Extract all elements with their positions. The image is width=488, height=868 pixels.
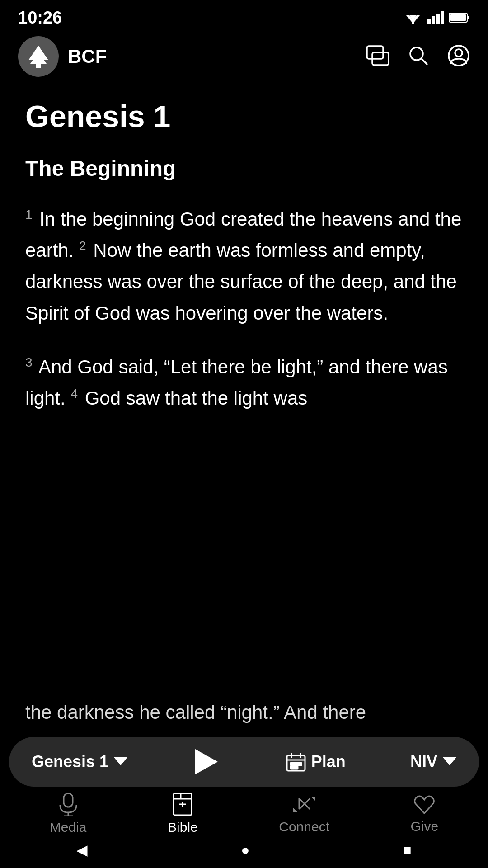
svg-marker-43: [311, 797, 315, 801]
search-button[interactable]: [408, 45, 429, 68]
translation-label: NIV: [410, 752, 437, 771]
chat-icon: [366, 45, 389, 66]
profile-button[interactable]: [447, 44, 470, 69]
profile-icon: [447, 44, 470, 67]
battery-icon: [449, 12, 470, 24]
nav-media[interactable]: Media: [50, 793, 87, 835]
microphone-icon: [57, 793, 79, 816]
svg-rect-32: [64, 793, 73, 807]
bible-content: Genesis 1 The Beginning 1 In the beginni…: [0, 81, 488, 414]
verse-num-2: 2: [79, 239, 86, 253]
translation-chevron-icon: [443, 757, 456, 766]
app-name: BCF: [68, 46, 107, 67]
svg-marker-31: [443, 757, 456, 765]
tree-icon: [26, 44, 51, 69]
translation-selector[interactable]: NIV: [410, 752, 456, 771]
svg-rect-13: [36, 64, 41, 68]
chapter-title: Genesis 1: [25, 99, 463, 133]
svg-rect-7: [441, 11, 444, 24]
wifi-icon: [404, 11, 422, 24]
svg-rect-10: [450, 14, 466, 21]
signal-icon: [427, 11, 444, 24]
verse-3-4: 3 And God said, “Let there be light,” an…: [25, 351, 463, 414]
plan-label: Plan: [311, 752, 346, 771]
nav-connect[interactable]: Connect: [279, 793, 329, 835]
svg-rect-30: [294, 766, 298, 769]
svg-marker-20: [114, 757, 127, 765]
bottom-toolbar: Genesis 1 Plan NIV: [9, 737, 479, 787]
chat-button[interactable]: [366, 45, 389, 68]
status-time: 10:26: [18, 8, 62, 28]
play-icon: [195, 749, 218, 774]
svg-point-16: [410, 47, 423, 60]
calendar-icon: [286, 752, 306, 772]
connect-icon: [293, 793, 315, 816]
svg-rect-4: [427, 19, 431, 24]
chapter-chevron-icon: [114, 757, 127, 766]
play-button[interactable]: [192, 747, 221, 776]
plan-button[interactable]: Plan: [286, 752, 346, 772]
android-nav: ◀ ● ■: [0, 832, 488, 868]
status-icons: [404, 11, 470, 24]
nav-bible[interactable]: Bible: [168, 793, 198, 835]
svg-marker-21: [195, 749, 218, 774]
chapter-label: Genesis 1: [32, 752, 108, 771]
verse-num-3: 3: [25, 355, 33, 369]
app-header: BCF: [0, 32, 488, 81]
section-heading: The Beginning: [25, 156, 463, 181]
svg-rect-9: [467, 16, 469, 19]
heart-icon: [413, 793, 436, 815]
partial-verse-text: the darkness he called “night.” And ther…: [25, 697, 463, 728]
back-button[interactable]: ◀: [76, 841, 88, 859]
svg-rect-5: [432, 16, 435, 24]
svg-point-19: [455, 49, 462, 57]
verse-1-2: 1 In the beginning God created the heave…: [25, 203, 463, 329]
home-button[interactable]: ●: [241, 842, 249, 859]
recent-button[interactable]: ■: [403, 842, 411, 859]
svg-point-3: [412, 21, 414, 24]
svg-marker-44: [293, 807, 297, 812]
header-right: [366, 44, 470, 69]
status-bar: 10:26: [0, 0, 488, 32]
svg-rect-6: [436, 14, 440, 24]
app-logo[interactable]: [18, 36, 59, 77]
svg-line-17: [421, 58, 427, 65]
nav-give[interactable]: Give: [411, 793, 439, 834]
bible-icon: [172, 793, 193, 816]
verse-num-1: 1: [25, 208, 33, 222]
verse-num-4: 4: [70, 387, 78, 401]
search-icon: [408, 45, 429, 66]
svg-rect-28: [298, 763, 301, 765]
header-left: BCF: [18, 36, 107, 77]
chapter-selector[interactable]: Genesis 1: [32, 752, 127, 771]
